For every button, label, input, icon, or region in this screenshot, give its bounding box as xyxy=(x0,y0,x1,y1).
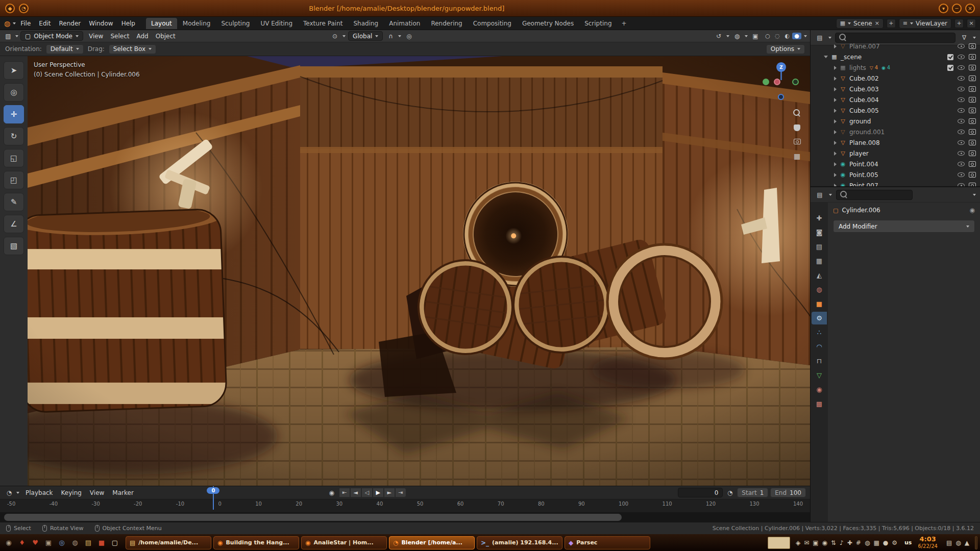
disclosure-triangle-icon[interactable] xyxy=(834,98,837,102)
disable-render-icon[interactable] xyxy=(969,43,976,49)
Cube.002[interactable]: Cube.002 xyxy=(811,73,980,84)
launcher-icon-8[interactable]: ■ xyxy=(95,537,108,549)
object-name[interactable]: Point.005 xyxy=(849,171,878,179)
tray-icon-9[interactable]: ◍ xyxy=(865,539,870,546)
launcher-icon-9[interactable]: ▢ xyxy=(109,537,121,549)
task-window-ssh[interactable]: >_ (amalie) 192.168.4... xyxy=(477,536,562,549)
disable-render-icon[interactable] xyxy=(969,65,976,70)
viewport-navigation-gizmo[interactable]: Z xyxy=(761,62,802,103)
launcher-icon-5[interactable]: ◎ xyxy=(56,537,68,549)
disable-render-icon[interactable] xyxy=(969,161,976,167)
disable-render-icon[interactable] xyxy=(969,108,976,113)
hide-eye-icon[interactable] xyxy=(958,65,965,70)
show-desktop-button[interactable] xyxy=(975,536,977,549)
play-reverse-button[interactable]: ◁ xyxy=(361,488,373,497)
object-name[interactable]: Cube.002 xyxy=(849,75,879,82)
disable-render-icon[interactable] xyxy=(969,86,976,92)
timeline-ruler[interactable]: -50-40-30-20-100102030405060708090100110… xyxy=(0,499,810,512)
hide-eye-icon[interactable] xyxy=(958,183,965,186)
Plane.007[interactable]: Plane.007 xyxy=(811,41,980,52)
Cube.003[interactable]: Cube.003 xyxy=(811,84,980,94)
object-name[interactable]: player xyxy=(849,150,869,157)
disable-render-icon[interactable] xyxy=(969,183,976,186)
timeline-menu[interactable]: Keying xyxy=(57,488,86,498)
disable-render-icon[interactable] xyxy=(969,172,976,178)
pan-hand-icon[interactable] xyxy=(794,124,800,131)
topbar-menu[interactable]: Help xyxy=(117,18,139,29)
workspace-rendering[interactable]: Rendering xyxy=(426,18,467,29)
object-name[interactable]: ground.001 xyxy=(849,129,885,136)
clock-badge-icon[interactable]: ◔ xyxy=(19,4,29,13)
tab-output[interactable]: ▤ xyxy=(812,240,827,253)
drag-setting-dropdown[interactable]: Select Box xyxy=(109,44,156,54)
object-name[interactable]: Point.007 xyxy=(849,182,878,187)
axis-z-handle[interactable]: Z xyxy=(776,62,786,72)
show-gizmo-icon[interactable]: ↺ xyxy=(714,31,724,41)
transform-pivot-icon[interactable]: ⊙ xyxy=(330,31,340,41)
shade-button[interactable]: ▾ xyxy=(939,4,948,13)
launcher-icon-6[interactable]: ◍ xyxy=(69,537,81,549)
clock[interactable]: 4:03 6/22/24 xyxy=(918,536,938,549)
tray-icon-3[interactable]: ▣ xyxy=(813,539,818,546)
new-scene-button[interactable]: + xyxy=(887,19,896,28)
hide-eye-icon[interactable] xyxy=(958,97,965,102)
tool-scale[interactable]: ◱ xyxy=(4,149,24,167)
Cube.005[interactable]: Cube.005 xyxy=(811,105,980,116)
tray-icon-1[interactable]: ◈ xyxy=(796,539,800,546)
viewport-menu[interactable]: Select xyxy=(107,32,133,41)
tab-object[interactable]: ■ xyxy=(812,297,827,310)
blender-logo-icon[interactable]: ◍ xyxy=(4,19,10,28)
editor-type-icon[interactable]: ▧ xyxy=(3,31,13,41)
tray-icon-14[interactable]: ◍ xyxy=(955,539,961,546)
object-name[interactable]: Cube.005 xyxy=(849,107,879,114)
disable-render-icon[interactable] xyxy=(969,97,976,103)
Point.007[interactable]: Point.007 xyxy=(811,180,980,186)
disclosure-triangle-icon[interactable] xyxy=(834,141,837,145)
material-preview-shading[interactable]: ◐ xyxy=(782,33,792,39)
hide-eye-icon[interactable] xyxy=(958,76,965,81)
tool-move[interactable]: ✛ xyxy=(4,105,24,123)
workspace-shading[interactable]: Shading xyxy=(348,18,383,29)
object-name[interactable]: lights xyxy=(849,64,866,71)
topbar-menu[interactable]: File xyxy=(16,18,35,29)
Point.004[interactable]: Point.004 xyxy=(811,159,980,169)
tab-constraints[interactable]: ⊓ xyxy=(812,355,827,367)
tab-scene[interactable]: ◭ xyxy=(812,269,827,282)
add-workspace-button[interactable]: + xyxy=(618,18,631,29)
tab-material[interactable]: ◉ xyxy=(812,383,827,396)
viewlayer-selector[interactable]: ≡ ViewLayer xyxy=(899,18,951,29)
hide-eye-icon[interactable] xyxy=(958,162,965,166)
frame-end-field[interactable]: End 100 xyxy=(770,488,806,497)
disclosure-triangle-icon[interactable] xyxy=(834,77,837,81)
object-name[interactable]: Point.004 xyxy=(849,161,878,168)
object-name[interactable]: Plane.008 xyxy=(849,139,880,146)
tray-icon-10[interactable]: ▦ xyxy=(873,539,879,546)
window-titlebar[interactable]: ◆◔ Blender [/home/amalie/Desktop/blender… xyxy=(0,0,980,17)
task-window-blender[interactable]: ◔ Blender [/home/a... xyxy=(389,536,475,549)
workspace-texture-paint[interactable]: Texture Paint xyxy=(298,18,348,29)
topbar-menu[interactable]: Edit xyxy=(35,18,55,29)
timeline-editor-icon[interactable]: ◔ xyxy=(4,488,14,497)
properties-search-input[interactable] xyxy=(836,190,913,200)
hide-eye-icon[interactable] xyxy=(958,108,965,113)
tool-rotate[interactable]: ↻ xyxy=(4,127,24,145)
disable-render-icon[interactable] xyxy=(969,129,976,135)
object-name[interactable]: Plane.007 xyxy=(849,43,880,50)
workspace-animation[interactable]: Animation xyxy=(384,18,425,29)
object-name[interactable]: _scene xyxy=(841,54,862,61)
next-keyframe-button[interactable]: ► xyxy=(384,488,395,497)
hide-eye-icon[interactable] xyxy=(958,172,965,177)
topbar-menu[interactable]: Render xyxy=(55,18,85,29)
workspace-geometry-nodes[interactable]: Geometry Nodes xyxy=(517,18,579,29)
hide-eye-icon[interactable] xyxy=(958,151,965,156)
zoom-icon[interactable] xyxy=(793,109,801,117)
remove-viewlayer-button[interactable]: × xyxy=(967,19,976,28)
tab-tool[interactable]: ✚ xyxy=(812,212,827,224)
task-window-files[interactable]: ▤ /home/amalie/De... xyxy=(126,536,211,549)
properties-editor-icon[interactable]: ▤ xyxy=(815,190,825,199)
tab-particles[interactable]: ∴ xyxy=(812,326,827,339)
disclosure-triangle-icon[interactable] xyxy=(834,173,837,177)
collection-checkbox[interactable] xyxy=(947,65,953,71)
orientation-dropdown[interactable]: Global xyxy=(348,31,383,41)
scene-selector[interactable]: ▦ Scene × xyxy=(836,18,884,29)
